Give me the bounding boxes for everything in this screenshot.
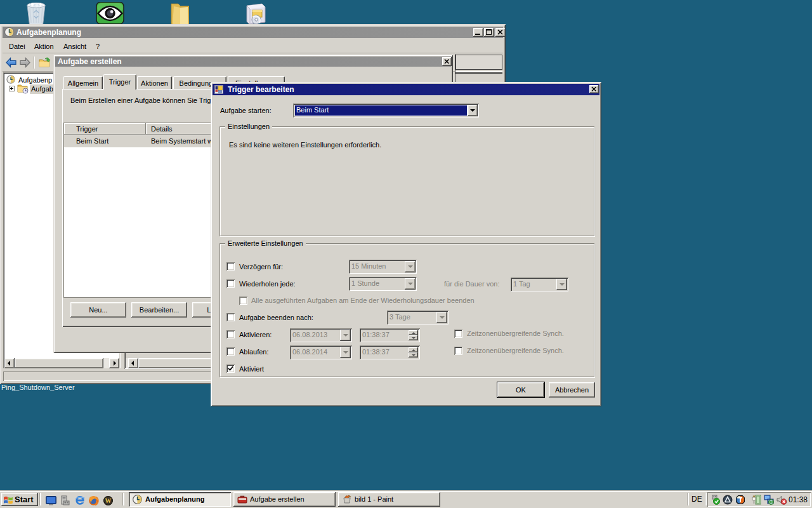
svg-text:W: W bbox=[105, 497, 112, 504]
